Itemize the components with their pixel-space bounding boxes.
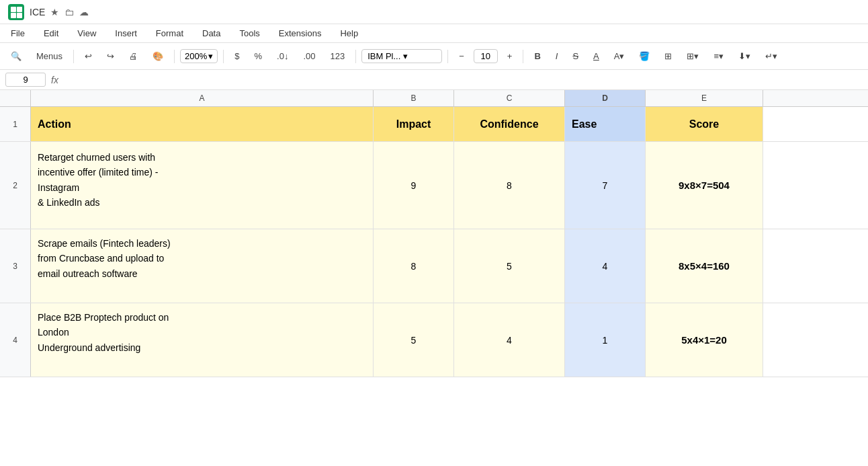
star-icon[interactable]: ★ [50,7,59,17]
toolbar: 🔍 Menus ↩ ↪ 🖨 🎨 200% ▾ $ % .0↓ .00 123 I… [0,43,868,70]
separator-6 [523,50,523,63]
cell-2-ease[interactable]: 7 [565,142,646,229]
font-chevron-icon: ▾ [403,51,408,61]
spreadsheet: A B C D E 1 Action Impact Confidence Eas… [0,90,868,377]
cell-4-confidence[interactable]: 4 [454,303,565,377]
font-name: IBM Pl... [367,51,400,61]
formula-bar: 9 fx [0,70,868,90]
menus-button[interactable]: Menus [31,48,68,64]
cell-4-ease[interactable]: 1 [565,303,646,377]
folder-icon[interactable]: 🗀 [64,7,74,17]
menu-insert[interactable]: Insert [112,27,140,40]
align-button[interactable]: ≡▾ [708,48,729,64]
header-action[interactable]: Action [31,107,374,141]
separator-4 [355,50,356,63]
header-ease[interactable]: Ease [565,107,646,141]
wrap-button[interactable]: ↵▾ [760,48,783,64]
app-icon [8,4,24,20]
zoom-value: 200% [185,51,207,61]
svg-rect-0 [11,7,16,12]
merge-button[interactable]: ⊞▾ [681,48,704,64]
cell-3-score[interactable]: 8x5×4=160 [646,229,763,303]
formula-input[interactable] [64,79,863,81]
text-color-button[interactable]: A▾ [609,48,630,64]
cell-reference[interactable]: 9 [5,73,46,87]
cell-2-score[interactable]: 9x8×7=504 [646,142,763,229]
cell-3-action[interactable]: Scrape emails (Fintech leaders) from Cru… [31,229,374,303]
cell-4-score[interactable]: 5x4×1=20 [646,303,763,377]
valign-button[interactable]: ⬇▾ [733,48,756,64]
row-num-1: 1 [0,107,31,141]
separator-3 [223,50,224,63]
italic-button[interactable]: I [550,48,564,64]
svg-rect-1 [17,7,22,12]
fill-color-button[interactable]: 🪣 [634,48,655,64]
col-header-b[interactable]: B [374,90,454,106]
menu-data[interactable]: Data [200,27,223,40]
table-row-3: 3 Scrape emails (Fintech leaders) from C… [0,229,868,303]
decimal-decrease-button[interactable]: .0↓ [271,48,294,64]
paint-format-button[interactable]: 🎨 [147,48,169,64]
cell-2-action-text: Retarget churned users with incentive of… [38,150,158,210]
header-impact[interactable]: Impact [374,107,454,141]
col-header-c[interactable]: C [454,90,565,106]
col-header-d[interactable]: D [565,90,646,106]
menu-file[interactable]: File [8,27,28,40]
cell-2-action[interactable]: Retarget churned users with incentive of… [31,142,374,229]
percent-button[interactable]: % [249,48,268,64]
separator-5 [447,50,448,63]
menu-format[interactable]: Format [153,27,186,40]
svg-rect-2 [11,13,16,18]
cell-3-action-text: Scrape emails (Fintech leaders) from Cru… [38,236,171,281]
menu-help[interactable]: Help [337,27,361,40]
strikethrough-button[interactable]: S [567,48,584,64]
cell-3-impact[interactable]: 8 [374,229,454,303]
underline-button[interactable]: A [588,48,605,64]
currency-button[interactable]: $ [229,48,245,64]
redo-button[interactable]: ↪ [101,48,120,64]
zoom-selector[interactable]: 200% ▾ [180,49,218,63]
separator-2 [174,50,175,63]
font-selector[interactable]: IBM Pl... ▾ [361,49,442,63]
menu-view[interactable]: View [75,27,99,40]
cell-2-confidence[interactable]: 8 [454,142,565,229]
decimal-increase-button[interactable]: .00 [298,48,320,64]
row-num-3: 3 [0,229,31,303]
row-num-4: 4 [0,303,31,377]
cell-2-impact[interactable]: 9 [374,142,454,229]
row-num-header [0,90,31,106]
undo-button[interactable]: ↩ [79,48,97,64]
font-size-increase-button[interactable]: + [502,48,518,64]
search-icon[interactable]: 🔍 [5,48,27,64]
table-row-2: 2 Retarget churned users with incentive … [0,142,868,229]
col-header-a[interactable]: A [31,90,374,106]
column-headers: A B C D E [0,90,868,107]
font-size-box[interactable]: 10 [474,49,498,63]
cell-3-confidence[interactable]: 5 [454,229,565,303]
print-button[interactable]: 🖨 [124,48,143,64]
table-row-4: 4 Place B2B Proptech product on London U… [0,303,868,377]
table-body: 1 Action Impact Confidence Ease Score 2 … [0,107,868,377]
bold-button[interactable]: B [529,48,546,64]
cell-4-action[interactable]: Place B2B Proptech product on London Und… [31,303,374,377]
font-size-value: 10 [481,51,490,61]
zoom-chevron-icon: ▾ [208,51,213,61]
col-header-e[interactable]: E [646,90,763,106]
header-confidence[interactable]: Confidence [454,107,565,141]
menu-edit[interactable]: Edit [41,27,61,40]
cell-4-impact[interactable]: 5 [374,303,454,377]
menu-extensions[interactable]: Extensions [276,27,324,40]
row-num-2: 2 [0,142,31,229]
number-format-button[interactable]: 123 [325,48,351,64]
separator-1 [73,50,74,63]
borders-button[interactable]: ⊞ [659,48,677,64]
cell-4-action-text: Place B2B Proptech product on London Und… [38,310,169,355]
cloud-icon[interactable]: ☁ [79,7,89,17]
header-score[interactable]: Score [646,107,763,141]
cell-3-ease[interactable]: 4 [565,229,646,303]
menu-tools[interactable]: Tools [236,27,262,40]
menu-bar: File Edit View Insert Format Data Tools … [0,24,868,43]
app-title: ICE [30,7,45,17]
font-size-decrease-button[interactable]: − [453,48,470,64]
fx-icon: fx [51,75,58,85]
